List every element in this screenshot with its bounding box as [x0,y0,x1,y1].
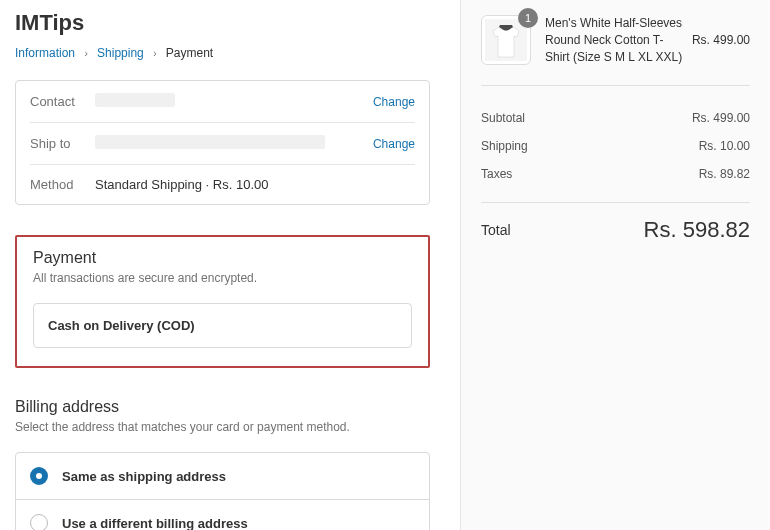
taxes-row: Taxes Rs. 89.82 [481,160,750,188]
billing-different-label: Use a different billing address [62,516,248,531]
billing-section: Billing address Select the address that … [15,398,430,530]
breadcrumb-shipping[interactable]: Shipping [97,46,144,60]
breadcrumb-information[interactable]: Information [15,46,75,60]
total-value: Rs. 598.82 [644,217,750,243]
payment-subtext: All transactions are secure and encrypte… [33,271,412,285]
summary-divider [481,202,750,203]
taxes-value: Rs. 89.82 [699,167,750,181]
chevron-right-icon: › [153,48,156,59]
review-method-row: Method Standard Shipping · Rs. 10.00 [30,165,415,204]
chevron-right-icon: › [84,48,87,59]
review-contact-value [95,93,373,110]
shipping-value: Rs. 10.00 [699,139,750,153]
review-method-label: Method [30,177,95,192]
review-contact-label: Contact [30,94,95,109]
shipping-label: Shipping [481,139,528,153]
subtotal-value: Rs. 499.00 [692,111,750,125]
change-shipto-link[interactable]: Change [373,137,415,151]
payment-section: Payment All transactions are secure and … [15,235,430,368]
billing-subtext: Select the address that matches your car… [15,420,430,434]
radio-empty-icon [30,514,48,530]
order-summary: 1 Men's White Half-Sleeves Round Neck Co… [460,0,770,530]
payment-option-cod[interactable]: Cash on Delivery (COD) [33,303,412,348]
total-label: Total [481,222,511,238]
product-price: Rs. 499.00 [692,33,750,47]
total-row: Total Rs. 598.82 [481,217,750,243]
checkout-main: IMTips Information › Shipping › Payment … [0,0,460,530]
review-shipto-row: Ship to Change [30,123,415,165]
subtotal-label: Subtotal [481,111,525,125]
review-contact-row: Contact Change [30,81,415,123]
subtotal-row: Subtotal Rs. 499.00 [481,104,750,132]
change-contact-link[interactable]: Change [373,95,415,109]
quantity-badge: 1 [518,8,538,28]
breadcrumb: Information › Shipping › Payment [15,46,430,60]
review-box: Contact Change Ship to Change Method Sta… [15,80,430,205]
billing-radio-group: Same as shipping address Use a different… [15,452,430,530]
shipping-row: Shipping Rs. 10.00 [481,132,750,160]
billing-same-option[interactable]: Same as shipping address [16,453,429,500]
billing-heading: Billing address [15,398,430,416]
product-thumbnail: 1 [481,15,531,65]
review-shipto-label: Ship to [30,136,95,151]
radio-selected-icon [30,467,48,485]
product-name: Men's White Half-Sleeves Round Neck Cott… [545,15,692,65]
breadcrumb-payment: Payment [166,46,213,60]
store-name: IMTips [15,10,430,36]
review-shipto-value [95,135,373,152]
billing-same-label: Same as shipping address [62,469,226,484]
product-row: 1 Men's White Half-Sleeves Round Neck Co… [481,15,750,86]
billing-different-option[interactable]: Use a different billing address [16,500,429,530]
payment-heading: Payment [33,249,412,267]
review-method-value: Standard Shipping · Rs. 10.00 [95,177,415,192]
taxes-label: Taxes [481,167,512,181]
